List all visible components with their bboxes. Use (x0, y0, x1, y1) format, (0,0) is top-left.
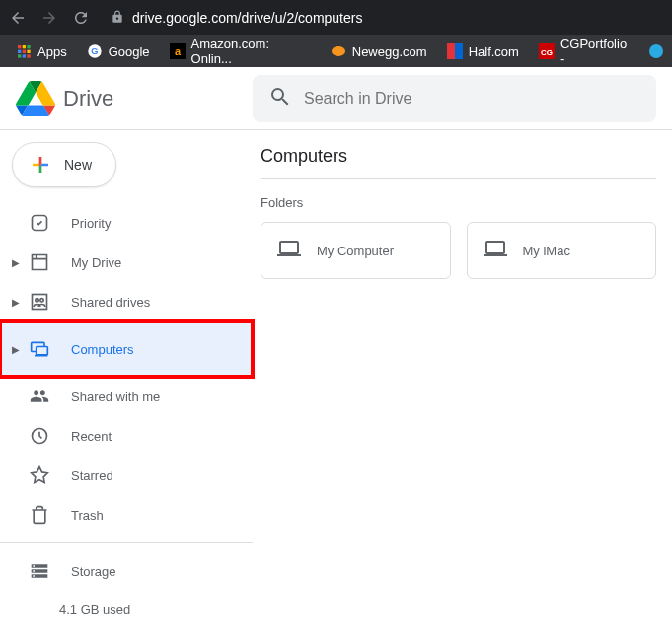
svg-rect-5 (27, 50, 30, 53)
plus-icon (29, 153, 52, 177)
bookmark-label: Amazon.com: Onlin... (191, 36, 311, 66)
priority-icon (28, 213, 51, 233)
extension-icon[interactable] (648, 43, 664, 59)
search-box[interactable] (253, 75, 656, 122)
svg-point-21 (36, 299, 38, 302)
svg-rect-2 (27, 45, 30, 48)
sidebar-item-label: Recent (71, 429, 112, 444)
search-icon (268, 85, 292, 112)
laptop-icon (484, 237, 507, 264)
newegg-icon (331, 43, 346, 59)
logo-section[interactable]: Drive (16, 79, 253, 118)
app-header: Drive (0, 67, 672, 130)
chevron-right-icon[interactable]: ▶ (12, 257, 24, 268)
sidebar-item-trash[interactable]: Trash (0, 495, 253, 534)
amazon-icon: a (170, 43, 186, 59)
bookmark-newegg[interactable]: Newegg.com (323, 39, 435, 63)
half-icon (447, 43, 463, 59)
forward-button[interactable] (39, 8, 59, 28)
reload-button[interactable] (71, 8, 91, 28)
sidebar-item-label: Shared drives (71, 295, 150, 310)
svg-text:G: G (91, 46, 98, 56)
bookmark-half[interactable]: Half.com (439, 39, 527, 63)
mydrive-icon (28, 252, 51, 272)
folder-name: My iMac (523, 244, 570, 258)
back-button[interactable] (8, 8, 28, 28)
drive-logo-icon (16, 79, 55, 118)
url-bar[interactable]: drive.google.com/drive/u/2/computers (103, 10, 664, 27)
sidebar-item-mydrive[interactable]: ▶ My Drive (0, 243, 253, 282)
bookmark-label: CGPortfolio - (560, 36, 633, 66)
folder-card[interactable]: My Computer (261, 222, 451, 279)
folder-name: My Computer (317, 244, 394, 258)
new-button[interactable]: New (12, 142, 116, 187)
bookmark-label: Half.com (469, 44, 519, 59)
storage-used-text: 4.1 GB used (0, 603, 253, 617)
url-text: drive.google.com/drive/u/2/computers (132, 10, 362, 26)
bookmark-label: Apps (37, 44, 67, 59)
sidebar-item-label: My Drive (71, 255, 121, 270)
sidebar-item-label: Storage (71, 564, 116, 579)
sidebar-item-label: Trash (71, 508, 104, 523)
svg-rect-4 (23, 50, 26, 53)
sidebar-item-label: Shared with me (71, 390, 160, 404)
svg-rect-3 (18, 50, 21, 53)
browser-toolbar: drive.google.com/drive/u/2/computers (0, 0, 672, 35)
sidebar-item-recent[interactable]: Recent (0, 416, 253, 456)
svg-rect-1 (23, 45, 26, 48)
svg-point-18 (649, 44, 663, 58)
svg-text:a: a (175, 45, 182, 57)
sidebar-item-shared-with-me[interactable]: Shared with me (0, 377, 253, 416)
recent-icon (28, 426, 51, 446)
svg-text:CG: CG (541, 48, 553, 57)
shared-drives-icon (28, 292, 51, 312)
bookmark-cgportfolio[interactable]: CG CGPortfolio - (531, 33, 640, 70)
search-input[interactable] (304, 90, 640, 107)
computers-icon (28, 339, 51, 359)
folder-card[interactable]: My iMac (467, 222, 657, 279)
apps-icon (16, 43, 32, 59)
sidebar-item-label: Computers (71, 342, 134, 357)
sidebar-item-priority[interactable]: Priority (0, 203, 253, 243)
svg-rect-0 (18, 45, 21, 48)
google-icon: G (87, 43, 103, 59)
sidebar-item-label: Priority (71, 216, 111, 231)
shared-icon (28, 387, 51, 406)
bookmark-label: Newegg.com (352, 44, 427, 59)
svg-point-22 (40, 299, 43, 302)
app-name: Drive (63, 86, 113, 111)
lock-icon (111, 10, 124, 27)
laptop-icon (277, 237, 301, 264)
page-title: Computers (261, 146, 656, 179)
bookmark-amazon[interactable]: a Amazon.com: Onlin... (162, 33, 319, 70)
section-label: Folders (261, 195, 656, 210)
bookmark-label: Google (109, 44, 150, 59)
svg-rect-8 (27, 54, 30, 57)
svg-rect-24 (37, 347, 48, 355)
svg-rect-7 (23, 54, 26, 57)
chevron-right-icon[interactable]: ▶ (12, 297, 24, 308)
sidebar-item-shared-drives[interactable]: ▶ Shared drives (0, 282, 253, 321)
divider (0, 542, 253, 543)
folder-grid: My Computer My iMac (261, 222, 656, 279)
svg-rect-14 (447, 43, 455, 59)
content-area: Computers Folders My Computer My iMac (253, 130, 672, 638)
svg-rect-6 (18, 54, 21, 57)
bookmark-apps[interactable]: Apps (8, 39, 75, 63)
trash-icon (28, 505, 51, 525)
sidebar-item-computers[interactable]: ▶ Computers (0, 321, 253, 377)
storage-icon (28, 561, 51, 581)
bookmark-google[interactable]: G Google (79, 39, 158, 63)
new-button-label: New (64, 157, 92, 173)
star-icon (28, 465, 51, 485)
cg-icon: CG (539, 43, 555, 59)
sidebar: New Priority ▶ My Drive ▶ Shared drives … (0, 130, 253, 638)
svg-point-13 (332, 46, 345, 56)
sidebar-item-starred[interactable]: Starred (0, 456, 253, 495)
sidebar-item-storage[interactable]: Storage (0, 551, 253, 591)
sidebar-item-label: Starred (71, 468, 113, 483)
svg-rect-20 (33, 295, 47, 310)
chevron-right-icon[interactable]: ▶ (12, 344, 24, 355)
bookmarks-bar: Apps G Google a Amazon.com: Onlin... New… (0, 35, 672, 67)
svg-rect-15 (455, 43, 463, 59)
